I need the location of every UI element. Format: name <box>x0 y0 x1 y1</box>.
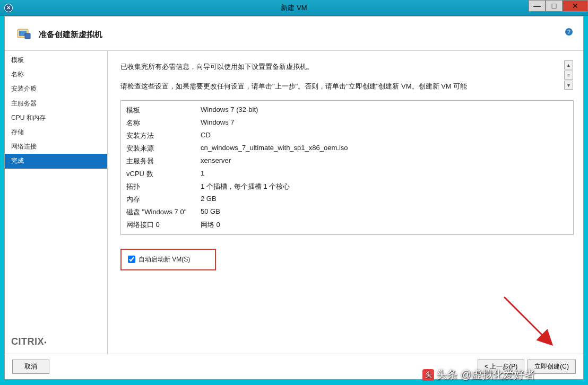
summary-value: xenserver <box>201 156 568 166</box>
system-menu-icon[interactable]: ✕ <box>4 4 13 12</box>
sidebar-item-template[interactable]: 模板 <box>5 53 107 67</box>
sidebar-item-home-server[interactable]: 主服务器 <box>5 97 107 111</box>
minimize-button[interactable]: — <box>529 0 546 12</box>
maximize-button[interactable]: □ <box>546 0 563 12</box>
summary-row-name: 名称 Windows 7 <box>126 117 568 129</box>
summary-label: vCPU 数 <box>126 169 201 179</box>
summary-value: Windows 7 (32-bit) <box>201 106 568 115</box>
summary-label: 安装来源 <box>126 144 201 153</box>
auto-start-checkbox-group[interactable]: 自动启动新 VM(S) <box>120 249 216 270</box>
sidebar-item-cpu-memory[interactable]: CPU 和内存 <box>5 111 107 125</box>
summary-row-vcpu: vCPU 数 1 <box>126 168 568 180</box>
create-now-button[interactable]: 立即创建(C) <box>528 360 576 374</box>
close-button[interactable]: ✕ <box>563 0 588 12</box>
scroll-thumb-icon[interactable]: ≡ <box>564 71 573 80</box>
sidebar-footer: CITRIX● <box>5 330 107 354</box>
wizard-footer: 取消 < 上一步(P) 立即创建(C) <box>5 354 583 379</box>
help-icon[interactable]: ? <box>565 28 573 36</box>
wizard-body: 模板 名称 安装介质 主服务器 CPU 和内存 存储 网络连接 完成 CITRI… <box>5 51 583 354</box>
summary-value: 2 GB <box>201 195 568 204</box>
back-button[interactable]: < 上一步(P) <box>478 360 524 374</box>
auto-start-label: 自动启动新 VM(S) <box>139 255 190 264</box>
summary-label: 主服务器 <box>126 156 201 166</box>
scroll-down-icon[interactable]: ▼ <box>564 81 573 90</box>
scroll-up-icon[interactable]: ▲ <box>564 60 573 69</box>
summary-label: 网络接口 0 <box>126 220 201 230</box>
summary-value: 50 GB <box>201 207 568 217</box>
intro-text-2: 请检查这些设置，如果需要更改任何设置，请单击"上一步"。否则，请单击"立即创建"… <box>120 80 560 92</box>
sidebar-item-install-media[interactable]: 安装介质 <box>5 82 107 96</box>
summary-row-memory: 内存 2 GB <box>126 193 568 206</box>
summary-value: 1 <box>201 169 568 179</box>
sidebar-item-networking[interactable]: 网络连接 <box>5 139 107 154</box>
intro-block: 已收集完所有必需信息，向导可以使用如下设置置备新虚拟机。 请检查这些设置，如果需… <box>120 60 574 100</box>
summary-row-nic: 网络接口 0 网络 0 <box>126 218 568 231</box>
cancel-button[interactable]: 取消 <box>12 360 49 374</box>
scroll-buttons: ▲ ≡ ▼ <box>564 60 574 90</box>
summary-label: 安装方法 <box>126 131 201 141</box>
summary-label: 磁盘 "Windows 7 0" <box>126 207 201 217</box>
summary-box: 模板 Windows 7 (32-bit) 名称 Windows 7 安装方法 … <box>120 100 574 235</box>
summary-value: CD <box>201 131 568 141</box>
wizard-icon <box>15 26 32 43</box>
wizard-sidebar: 模板 名称 安装介质 主服务器 CPU 和内存 存储 网络连接 完成 CITRI… <box>5 51 108 354</box>
titlebar: ✕ 新建 VM — □ ✕ <box>0 0 588 16</box>
window-title: 新建 VM <box>281 3 307 13</box>
summary-value: Windows 7 <box>201 118 568 128</box>
summary-row-topology: 拓扑 1 个插槽，每个插槽 1 个核心 <box>126 180 568 193</box>
summary-row-template: 模板 Windows 7 (32-bit) <box>126 104 568 117</box>
summary-value: 1 个插槽，每个插槽 1 个核心 <box>201 182 568 191</box>
summary-value: 网络 0 <box>201 220 568 230</box>
summary-label: 拓扑 <box>126 182 201 191</box>
sidebar-item-storage[interactable]: 存储 <box>5 125 107 139</box>
svg-rect-2 <box>25 33 30 39</box>
auto-start-checkbox[interactable] <box>128 256 135 263</box>
intro-text-1: 已收集完所有必需信息，向导可以使用如下设置置备新虚拟机。 <box>120 60 560 73</box>
sidebar-item-finish[interactable]: 完成 <box>5 154 107 168</box>
summary-value: cn_windows_7_ultimate_with_sp1_x86_oem.i… <box>201 144 568 153</box>
summary-row-install-source: 安装来源 cn_windows_7_ultimate_with_sp1_x86_… <box>126 142 568 155</box>
window-controls: — □ ✕ <box>529 0 588 13</box>
summary-label: 内存 <box>126 195 201 204</box>
wizard-header: 准备创建新虚拟机 ? <box>5 16 583 51</box>
sidebar-items: 模板 名称 安装介质 主服务器 CPU 和内存 存储 网络连接 完成 <box>5 51 107 330</box>
summary-row-install-method: 安装方法 CD <box>126 129 568 142</box>
citrix-logo: CITRIX● <box>11 336 47 347</box>
wizard-title: 准备创建新虚拟机 <box>39 30 102 40</box>
summary-label: 名称 <box>126 118 201 128</box>
window-frame: 准备创建新虚拟机 ? 模板 名称 安装介质 主服务器 CPU 和内存 存储 网络… <box>4 16 584 380</box>
summary-label: 模板 <box>126 106 201 115</box>
content-area: 已收集完所有必需信息，向导可以使用如下设置置备新虚拟机。 请检查这些设置，如果需… <box>108 51 583 354</box>
sidebar-item-name[interactable]: 名称 <box>5 67 107 82</box>
summary-row-home-server: 主服务器 xenserver <box>126 155 568 168</box>
summary-row-disk: 磁盘 "Windows 7 0" 50 GB <box>126 206 568 218</box>
